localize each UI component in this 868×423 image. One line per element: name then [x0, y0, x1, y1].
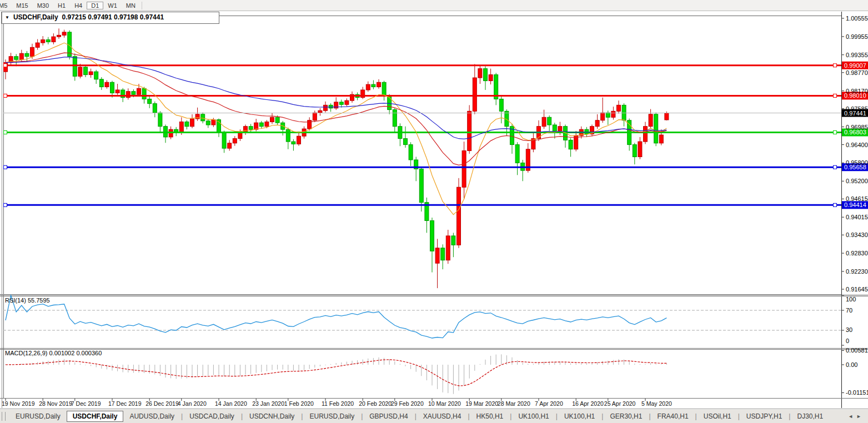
hline-right-handle[interactable] — [834, 130, 837, 134]
symbol-tab-xauusd-h4[interactable]: XAUUSD,H4 — [417, 411, 468, 422]
svg-text:19 Nov 2019: 19 Nov 2019 — [2, 400, 35, 407]
mt4-window: M5M15M30H1H4D1W1MN 0.990070.980100.96803… — [0, 0, 868, 423]
svg-text:0.99355: 0.99355 — [846, 52, 868, 58]
hline-right-handle[interactable] — [834, 203, 837, 207]
svg-text:14 Jan 2020: 14 Jan 2020 — [215, 400, 247, 407]
svg-text:0.99007: 0.99007 — [844, 62, 866, 69]
tab-scroll-right-button[interactable]: ► — [856, 414, 865, 419]
svg-text:0.94615: 0.94615 — [846, 195, 868, 202]
svg-text:0.91645: 0.91645 — [846, 286, 868, 293]
candles-layer — [4, 28, 669, 288]
svg-text:-0.011514: -0.011514 — [846, 389, 868, 396]
svg-text:0.98770: 0.98770 — [846, 69, 868, 76]
svg-text:20 Feb 2020: 20 Feb 2020 — [359, 400, 392, 407]
timeframe-button-mn[interactable]: MN — [122, 2, 140, 9]
hline-right-handle[interactable] — [834, 94, 837, 97]
svg-text:17 Dec 2019: 17 Dec 2019 — [108, 400, 142, 407]
timeframe-button-h1[interactable]: H1 — [53, 2, 70, 9]
symbol-tab-gbpusd-h4[interactable]: GBPUSD,H4 — [363, 411, 414, 422]
symbol-tab-uk100-h1[interactable]: UK100,H1 — [558, 411, 601, 422]
symbol-tab-eurusd-daily[interactable]: EURUSD,Daily — [9, 411, 67, 422]
symbol-tab-bar: EURUSD,DailyUSDCHF,DailyAUDUSD,Daily|USD… — [0, 409, 868, 423]
svg-text:5 May 2020: 5 May 2020 — [641, 400, 672, 407]
symbol-tab-usdcad-daily[interactable]: USDCAD,Daily — [183, 411, 240, 422]
svg-text:30: 30 — [846, 326, 852, 333]
date-axis: 19 Nov 201928 Nov 20197 Dec 201917 Dec 2… — [2, 399, 672, 407]
chart-frame — [0, 12, 868, 408]
symbol-tab-uk100-h1[interactable]: UK100,H1 — [512, 411, 555, 422]
svg-text:0: 0 — [846, 338, 849, 344]
chart-symbol-label: USDCHF,Daily — [13, 13, 58, 21]
svg-text:7 Dec 2019: 7 Dec 2019 — [71, 400, 101, 407]
chart-ohlc-values: 0.97215 0.97491 0.97198 0.97441 — [62, 13, 164, 21]
toolbar-separator — [142, 2, 142, 9]
macd-indicator-label: MACD(12,26,9) 0.001002 0.000360 — [5, 350, 102, 356]
tabbar-grip — [2, 412, 6, 421]
svg-text:0.94414: 0.94414 — [844, 202, 866, 208]
svg-text:0.96985: 0.96985 — [846, 124, 868, 130]
timeframe-button-h4[interactable]: H4 — [70, 2, 87, 9]
svg-text:0.98170: 0.98170 — [846, 88, 868, 94]
symbol-tab-dj30-h1[interactable]: DJ30,H1 — [791, 411, 829, 422]
symbol-tab-fra40-h1[interactable]: FRA40,H1 — [651, 411, 695, 422]
hline-0.99007[interactable]: 0.99007 — [3, 62, 868, 69]
collapse-chart-icon[interactable]: ▼ — [5, 15, 9, 20]
svg-text:10 Mar 2020: 10 Mar 2020 — [428, 400, 461, 407]
svg-text:0.92230: 0.92230 — [846, 268, 868, 275]
hline-left-handle[interactable] — [4, 165, 7, 169]
rsi-line — [6, 295, 666, 338]
svg-text:25 Apr 2020: 25 Apr 2020 — [604, 400, 636, 407]
timeframe-button-m30[interactable]: M30 — [33, 2, 53, 9]
symbol-tab-usoil-h1[interactable]: USOil,H1 — [698, 411, 737, 422]
symbol-tab-usdchf-daily[interactable]: USDCHF,Daily — [67, 411, 124, 422]
current-price-line: 0.97441 — [3, 109, 868, 117]
tab-scroll-arrows: ◄► — [848, 414, 865, 419]
chart-canvas[interactable]: 0.990070.980100.968030.956580.944140.974… — [0, 11, 868, 408]
timeframe-button-w1[interactable]: W1 — [103, 2, 122, 9]
svg-text:70: 70 — [846, 307, 852, 314]
hline-0.96803[interactable]: 0.96803 — [3, 128, 868, 136]
hline-left-handle[interactable] — [4, 64, 7, 67]
hline-0.94414[interactable]: 0.94414 — [3, 201, 868, 209]
svg-text:0.99955: 0.99955 — [846, 33, 868, 40]
symbol-tab-hk50-h1[interactable]: HK50,H1 — [470, 411, 510, 422]
svg-text:0.92830: 0.92830 — [846, 250, 868, 256]
macd-panel: 0.0058180.00-0.011514 — [6, 347, 868, 396]
svg-text:19 Mar 2020: 19 Mar 2020 — [465, 400, 498, 407]
hline-right-handle[interactable] — [834, 165, 837, 169]
symbol-tab-usdcnh-daily[interactable]: USDCNH,Daily — [243, 411, 300, 422]
svg-text:0.00: 0.00 — [846, 361, 857, 368]
tab-scroll-left-button[interactable]: ◄ — [848, 414, 856, 419]
timeframe-button-m15[interactable]: M15 — [12, 2, 32, 9]
chart-title: ▼ USDCHF,Daily 0.97215 0.97491 0.97198 0… — [5, 13, 164, 21]
hline-0.95658[interactable]: 0.95658 — [3, 163, 868, 171]
svg-text:28 Mar 2020: 28 Mar 2020 — [498, 400, 530, 407]
svg-text:100: 100 — [846, 296, 856, 303]
svg-text:1 Feb 2020: 1 Feb 2020 — [284, 400, 314, 407]
symbol-tab-audusd-daily[interactable]: AUDUSD,Daily — [123, 411, 180, 422]
hline-left-handle[interactable] — [4, 130, 7, 134]
timeframe-toolbar: M5M15M30H1H4D1W1MN — [0, 0, 868, 11]
svg-text:23 Jan 2020: 23 Jan 2020 — [252, 400, 284, 407]
symbol-tab-usdjpy-h1[interactable]: USDJPY,H1 — [740, 411, 788, 422]
hline-right-handle[interactable] — [834, 64, 837, 67]
symbol-tab-eurusd-daily[interactable]: EURUSD,Daily — [303, 411, 360, 422]
svg-text:0.95200: 0.95200 — [846, 178, 868, 184]
svg-text:0.95800: 0.95800 — [846, 159, 868, 166]
rsi-indicator-label: RSI(14) 55.7595 — [5, 297, 50, 304]
svg-text:26 Dec 2019: 26 Dec 2019 — [145, 400, 179, 407]
hline-left-handle[interactable] — [4, 203, 7, 207]
rsi-panel: 10070300 — [3, 295, 856, 345]
svg-text:4 Jan 2020: 4 Jan 2020 — [178, 400, 207, 407]
svg-text:0.005818: 0.005818 — [846, 347, 868, 354]
timeframe-button-d1[interactable]: D1 — [87, 2, 103, 9]
svg-text:16 Apr 2020: 16 Apr 2020 — [572, 400, 604, 407]
timeframe-button-m5[interactable]: M5 — [0, 2, 12, 9]
svg-text:29 Feb 2020: 29 Feb 2020 — [391, 400, 424, 407]
svg-text:0.94015: 0.94015 — [846, 214, 868, 220]
svg-text:1.00555: 1.00555 — [846, 15, 868, 22]
symbol-tab-ger30-h1[interactable]: GER30,H1 — [604, 411, 648, 422]
svg-text:0.96400: 0.96400 — [846, 142, 868, 148]
hline-left-handle[interactable] — [4, 94, 7, 97]
svg-text:7 Apr 2020: 7 Apr 2020 — [535, 400, 563, 407]
